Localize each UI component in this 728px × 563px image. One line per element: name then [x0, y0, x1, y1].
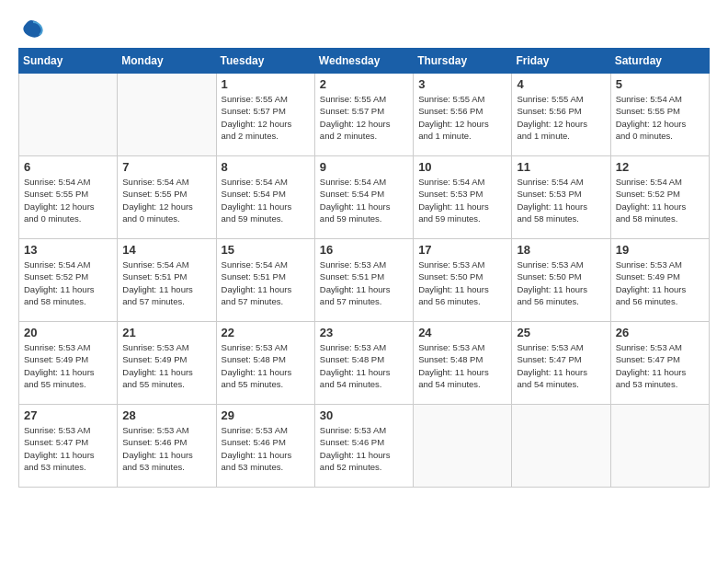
day-number: 12 — [616, 160, 704, 174]
calendar-cell — [512, 405, 610, 488]
cell-info: Sunrise: 5:55 AM Sunset: 5:56 PM Dayligh… — [517, 93, 605, 142]
calendar-cell: 12Sunrise: 5:54 AM Sunset: 5:52 PM Dayli… — [610, 156, 709, 239]
calendar-cell: 5Sunrise: 5:54 AM Sunset: 5:55 PM Daylig… — [610, 74, 709, 156]
calendar-cell — [118, 74, 216, 156]
calendar-cell: 19Sunrise: 5:53 AM Sunset: 5:49 PM Dayli… — [610, 239, 709, 322]
calendar-cell: 29Sunrise: 5:53 AM Sunset: 5:46 PM Dayli… — [216, 405, 314, 488]
calendar-cell: 22Sunrise: 5:53 AM Sunset: 5:48 PM Dayli… — [216, 322, 314, 405]
calendar-cell: 9Sunrise: 5:54 AM Sunset: 5:54 PM Daylig… — [314, 156, 413, 239]
day-number: 28 — [122, 408, 210, 422]
day-header-friday: Friday — [512, 49, 610, 74]
cell-info: Sunrise: 5:54 AM Sunset: 5:52 PM Dayligh… — [24, 259, 112, 307]
cell-info: Sunrise: 5:53 AM Sunset: 5:48 PM Dayligh… — [320, 341, 408, 390]
day-number: 25 — [517, 326, 605, 339]
cell-info: Sunrise: 5:54 AM Sunset: 5:55 PM Dayligh… — [616, 93, 704, 142]
calendar-cell: 7Sunrise: 5:54 AM Sunset: 5:55 PM Daylig… — [118, 156, 216, 239]
day-number: 3 — [418, 77, 506, 91]
cell-info: Sunrise: 5:53 AM Sunset: 5:50 PM Dayligh… — [418, 259, 506, 307]
calendar-table: SundayMondayTuesdayWednesdayThursdayFrid… — [18, 48, 710, 488]
cell-info: Sunrise: 5:53 AM Sunset: 5:49 PM Dayligh… — [616, 259, 704, 307]
day-number: 29 — [222, 408, 310, 422]
cell-info: Sunrise: 5:55 AM Sunset: 5:57 PM Dayligh… — [222, 93, 310, 142]
cell-info: Sunrise: 5:53 AM Sunset: 5:46 PM Dayligh… — [222, 424, 310, 473]
cell-info: Sunrise: 5:54 AM Sunset: 5:51 PM Dayligh… — [122, 259, 210, 307]
cell-info: Sunrise: 5:53 AM Sunset: 5:49 PM Dayligh… — [122, 341, 210, 390]
day-header-tuesday: Tuesday — [216, 49, 314, 74]
calendar-cell: 21Sunrise: 5:53 AM Sunset: 5:49 PM Dayli… — [118, 322, 216, 405]
calendar-cell: 1Sunrise: 5:55 AM Sunset: 5:57 PM Daylig… — [216, 74, 314, 156]
calendar-cell: 23Sunrise: 5:53 AM Sunset: 5:48 PM Dayli… — [314, 322, 413, 405]
cell-info: Sunrise: 5:53 AM Sunset: 5:47 PM Dayligh… — [616, 341, 704, 390]
cell-info: Sunrise: 5:54 AM Sunset: 5:53 PM Dayligh… — [517, 176, 605, 224]
cell-info: Sunrise: 5:53 AM Sunset: 5:50 PM Dayligh… — [517, 259, 605, 307]
day-number: 10 — [418, 160, 506, 174]
calendar-cell: 27Sunrise: 5:53 AM Sunset: 5:47 PM Dayli… — [19, 405, 118, 488]
header — [18, 18, 710, 39]
cell-info: Sunrise: 5:55 AM Sunset: 5:57 PM Dayligh… — [320, 93, 408, 142]
calendar-week-row: 13Sunrise: 5:54 AM Sunset: 5:52 PM Dayli… — [19, 239, 710, 322]
cell-info: Sunrise: 5:54 AM Sunset: 5:55 PM Dayligh… — [24, 176, 112, 224]
cell-info: Sunrise: 5:55 AM Sunset: 5:56 PM Dayligh… — [418, 93, 506, 142]
day-number: 11 — [517, 160, 605, 174]
calendar-cell — [610, 405, 709, 488]
cell-info: Sunrise: 5:53 AM Sunset: 5:49 PM Dayligh… — [24, 341, 112, 390]
calendar-cell: 26Sunrise: 5:53 AM Sunset: 5:47 PM Dayli… — [610, 322, 709, 405]
day-number: 6 — [24, 160, 112, 174]
calendar-cell: 25Sunrise: 5:53 AM Sunset: 5:47 PM Dayli… — [512, 322, 610, 405]
day-number: 19 — [616, 243, 704, 257]
day-number: 14 — [122, 243, 210, 257]
calendar-week-row: 1Sunrise: 5:55 AM Sunset: 5:57 PM Daylig… — [19, 74, 710, 156]
day-number: 4 — [517, 77, 605, 91]
day-number: 26 — [616, 326, 704, 339]
day-number: 2 — [320, 77, 408, 91]
calendar-cell: 6Sunrise: 5:54 AM Sunset: 5:55 PM Daylig… — [19, 156, 118, 239]
day-number: 27 — [24, 408, 112, 422]
cell-info: Sunrise: 5:54 AM Sunset: 5:53 PM Dayligh… — [418, 176, 506, 224]
day-number: 8 — [222, 160, 310, 174]
day-number: 21 — [122, 326, 210, 339]
calendar-cell: 3Sunrise: 5:55 AM Sunset: 5:56 PM Daylig… — [414, 74, 512, 156]
cell-info: Sunrise: 5:53 AM Sunset: 5:47 PM Dayligh… — [24, 424, 112, 473]
day-number: 23 — [320, 326, 408, 339]
cell-info: Sunrise: 5:54 AM Sunset: 5:54 PM Dayligh… — [320, 176, 408, 224]
day-number: 1 — [222, 77, 310, 91]
calendar-cell: 14Sunrise: 5:54 AM Sunset: 5:51 PM Dayli… — [118, 239, 216, 322]
cell-info: Sunrise: 5:53 AM Sunset: 5:48 PM Dayligh… — [418, 341, 506, 390]
day-number: 7 — [122, 160, 210, 174]
cell-info: Sunrise: 5:53 AM Sunset: 5:48 PM Dayligh… — [222, 341, 310, 390]
calendar-cell: 8Sunrise: 5:54 AM Sunset: 5:54 PM Daylig… — [216, 156, 314, 239]
cell-info: Sunrise: 5:53 AM Sunset: 5:46 PM Dayligh… — [320, 424, 408, 473]
day-number: 17 — [418, 243, 506, 257]
logo — [18, 18, 48, 39]
day-number: 13 — [24, 243, 112, 257]
calendar-cell — [19, 74, 118, 156]
day-header-saturday: Saturday — [610, 49, 709, 74]
calendar-week-row: 27Sunrise: 5:53 AM Sunset: 5:47 PM Dayli… — [19, 405, 710, 488]
day-header-sunday: Sunday — [19, 49, 118, 74]
calendar-cell: 24Sunrise: 5:53 AM Sunset: 5:48 PM Dayli… — [414, 322, 512, 405]
logo-icon — [18, 18, 44, 39]
calendar-cell: 4Sunrise: 5:55 AM Sunset: 5:56 PM Daylig… — [512, 74, 610, 156]
calendar-week-row: 6Sunrise: 5:54 AM Sunset: 5:55 PM Daylig… — [19, 156, 710, 239]
day-number: 20 — [24, 326, 112, 339]
cell-info: Sunrise: 5:54 AM Sunset: 5:51 PM Dayligh… — [222, 259, 310, 307]
calendar-cell: 15Sunrise: 5:54 AM Sunset: 5:51 PM Dayli… — [216, 239, 314, 322]
cell-info: Sunrise: 5:53 AM Sunset: 5:47 PM Dayligh… — [517, 341, 605, 390]
calendar-cell: 28Sunrise: 5:53 AM Sunset: 5:46 PM Dayli… — [118, 405, 216, 488]
cell-info: Sunrise: 5:54 AM Sunset: 5:54 PM Dayligh… — [222, 176, 310, 224]
calendar-cell: 17Sunrise: 5:53 AM Sunset: 5:50 PM Dayli… — [414, 239, 512, 322]
cell-info: Sunrise: 5:53 AM Sunset: 5:51 PM Dayligh… — [320, 259, 408, 307]
day-number: 16 — [320, 243, 408, 257]
day-number: 15 — [222, 243, 310, 257]
calendar-cell — [414, 405, 512, 488]
day-number: 18 — [517, 243, 605, 257]
calendar-cell: 10Sunrise: 5:54 AM Sunset: 5:53 PM Dayli… — [414, 156, 512, 239]
cell-info: Sunrise: 5:54 AM Sunset: 5:55 PM Dayligh… — [122, 176, 210, 224]
day-header-thursday: Thursday — [414, 49, 512, 74]
cell-info: Sunrise: 5:54 AM Sunset: 5:52 PM Dayligh… — [616, 176, 704, 224]
calendar-week-row: 20Sunrise: 5:53 AM Sunset: 5:49 PM Dayli… — [19, 322, 710, 405]
day-number: 24 — [418, 326, 506, 339]
calendar-cell: 20Sunrise: 5:53 AM Sunset: 5:49 PM Dayli… — [19, 322, 118, 405]
day-number: 22 — [222, 326, 310, 339]
day-header-wednesday: Wednesday — [314, 49, 413, 74]
